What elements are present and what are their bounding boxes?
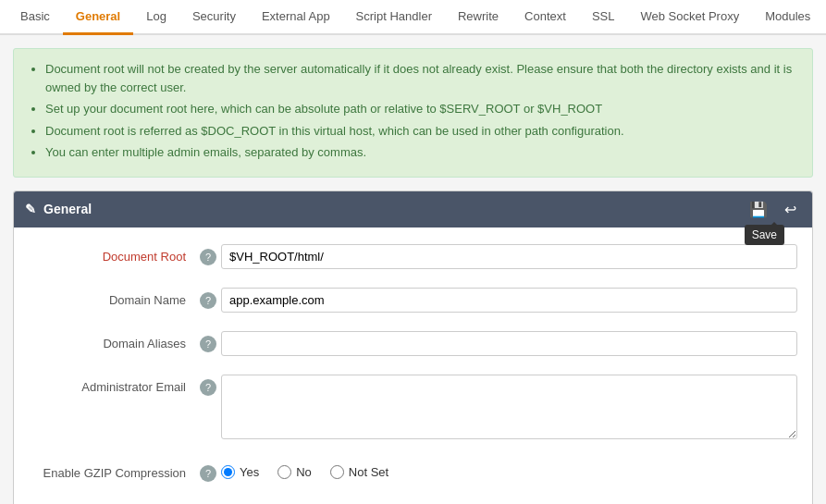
gzip-yes-radio[interactable] [221,465,235,479]
brotli-radio-group: Yes No Not Set [221,500,797,505]
admin-email-textarea[interactable] [221,375,797,439]
domain-name-help-icon[interactable]: ? [200,292,216,309]
domain-aliases-help-icon[interactable]: ? [200,336,216,352]
section-title: General [43,202,92,216]
domain-name-input[interactable] [221,288,797,313]
tab-modules[interactable]: Modules [752,0,823,35]
gzip-no-label: No [296,465,312,479]
brotli-label: Enable Brotli Compression [29,500,195,505]
edit-icon: ✎ [25,202,36,216]
gzip-radio-group: Yes No Not Set [221,461,797,479]
document-root-label: Document Root [29,244,195,264]
domain-aliases-input[interactable] [221,331,797,356]
section-title-area: ✎ General [25,202,92,216]
section-actions: 💾 ↩ Save [745,199,801,220]
info-bullet: Document root is referred as $DOC_ROOT i… [45,122,797,141]
tab-rewrite[interactable]: Rewrite [445,0,512,35]
gzip-notset-radio[interactable] [330,465,344,479]
domain-name-row: Domain Name ? [14,278,812,322]
domain-aliases-label: Domain Aliases [29,331,195,350]
tab-context[interactable]: Context [512,0,579,35]
document-root-row: Document Root ? [14,235,812,278]
info-bullet: Set up your document root here, which ca… [45,100,797,118]
document-root-help: ? [195,244,221,265]
gzip-no-radio[interactable] [277,465,291,479]
brotli-control: Yes No Not Set [221,500,797,505]
tab-general[interactable]: General [63,0,133,35]
tab-log[interactable]: Log [133,0,179,35]
admin-email-label: Administrator Email [29,375,195,394]
gzip-notset-option[interactable]: Not Set [330,465,388,479]
tab-basic[interactable]: Basic [7,0,63,35]
domain-name-help: ? [195,288,221,309]
info-box: Document root will not be created by the… [13,48,813,178]
tab-script-handler[interactable]: Script Handler [343,0,445,35]
admin-email-help: ? [195,375,221,396]
gzip-help: ? [195,461,221,482]
gzip-row: Enable GZIP Compression ? Yes No [14,451,812,491]
domain-aliases-control [221,331,797,356]
save-button[interactable]: 💾 [745,199,772,220]
domain-aliases-help: ? [195,331,221,352]
tab-ssl[interactable]: SSL [579,0,628,35]
admin-email-row: Administrator Email ? [14,365,812,451]
top-nav: BasicGeneralLogSecurityExternal AppScrip… [0,0,826,35]
info-list: Document root will not be created by the… [29,60,797,162]
brotli-help: ? [195,500,221,505]
document-root-help-icon[interactable]: ? [200,249,216,265]
document-root-control [221,244,797,269]
save-tooltip: Save [745,225,784,245]
tab-web-socket-proxy[interactable]: Web Socket Proxy [627,0,752,35]
gzip-control: Yes No Not Set [221,461,797,479]
admin-email-control [221,375,797,442]
domain-aliases-row: Domain Aliases ? [14,322,812,365]
section-header: ✎ General 💾 ↩ Save [14,191,812,227]
gzip-label: Enable GZIP Compression [29,461,195,480]
brotli-row: Enable Brotli Compression ? Yes No [14,491,812,505]
gzip-yes-label: Yes [240,465,259,479]
document-root-input[interactable] [221,244,797,269]
general-section: ✎ General 💾 ↩ Save Document Root ? Domai… [13,191,813,505]
form-body: Document Root ? Domain Name ? Domain Ali… [14,227,812,505]
info-bullet: Document root will not be created by the… [45,60,797,96]
gzip-no-option[interactable]: No [277,465,312,479]
domain-name-label: Domain Name [29,288,195,307]
tab-external-app[interactable]: External App [249,0,343,35]
gzip-notset-label: Not Set [349,465,388,479]
gzip-yes-option[interactable]: Yes [221,465,259,479]
tab-security[interactable]: Security [179,0,249,35]
domain-name-control [221,288,797,313]
back-button[interactable]: ↩ [780,199,801,220]
gzip-help-icon[interactable]: ? [200,465,216,482]
info-bullet: You can enter multiple admin emails, sep… [45,143,797,162]
admin-email-help-icon[interactable]: ? [200,379,216,396]
